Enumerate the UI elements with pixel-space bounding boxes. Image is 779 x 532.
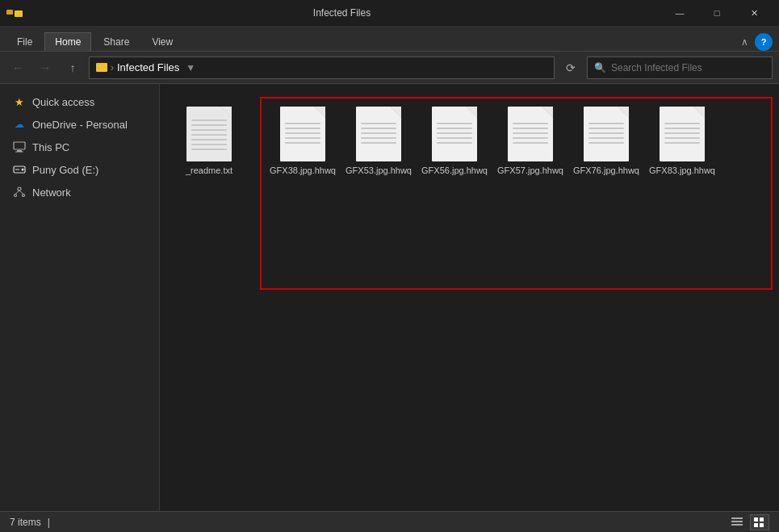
- pc-icon: [13, 140, 26, 153]
- sidebar-label-network: Network: [32, 186, 71, 199]
- main-layout: ★ Quick access ☁ OneDrive - Personal Thi…: [0, 84, 779, 511]
- path-folder-icon: [96, 63, 107, 72]
- address-bar: ← → ↑ › Infected Files ▼ ⟳ 🔍: [0, 52, 779, 84]
- file-icon-wrapper: [505, 103, 556, 161]
- back-button[interactable]: ←: [6, 57, 29, 79]
- path-text: Infected Files: [117, 61, 179, 73]
- file-name: GFX57.jpg.hhwq: [497, 165, 563, 176]
- sidebar-label-this-pc: This PC: [32, 141, 69, 153]
- file-icon-wrapper: [277, 103, 329, 161]
- file-icon: [356, 107, 401, 161]
- search-box[interactable]: 🔍: [587, 57, 773, 79]
- item-count: 7 items: [10, 517, 41, 528]
- sidebar-item-drive[interactable]: Puny God (E:): [0, 158, 159, 181]
- list-item[interactable]: GFX76.jpg.hhwq: [570, 97, 643, 182]
- view-toggle-group: [727, 514, 769, 530]
- sidebar: ★ Quick access ☁ OneDrive - Personal Thi…: [0, 84, 160, 511]
- tab-file[interactable]: File: [6, 32, 43, 51]
- list-item[interactable]: GFX83.jpg.hhwq: [646, 97, 718, 182]
- list-item[interactable]: GFX57.jpg.hhwq: [494, 97, 567, 182]
- file-icon-wrapper: [580, 103, 632, 161]
- up-button[interactable]: ↑: [61, 57, 84, 79]
- tab-home[interactable]: Home: [44, 32, 91, 51]
- file-name: GFX38.jpg.hhwq: [270, 165, 336, 176]
- svg-rect-14: [754, 517, 758, 522]
- search-icon: 🔍: [594, 62, 606, 73]
- svg-line-10: [19, 191, 23, 195]
- help-button[interactable]: ?: [755, 33, 773, 51]
- svg-point-7: [15, 195, 17, 197]
- doc-lines: [361, 123, 396, 144]
- svg-rect-11: [731, 517, 743, 519]
- svg-rect-0: [14, 142, 25, 149]
- window-controls: — □ ✕: [661, 0, 773, 26]
- file-icon: [280, 107, 325, 161]
- file-name: GFX76.jpg.hhwq: [573, 165, 639, 176]
- refresh-button[interactable]: ⟳: [559, 57, 582, 79]
- file-icon-wrapper: [353, 103, 404, 161]
- title-bar: Infected Files — □ ✕: [0, 0, 779, 26]
- sidebar-item-this-pc[interactable]: This PC: [0, 136, 159, 158]
- doc-lines: [588, 123, 624, 144]
- file-icon: [660, 107, 705, 161]
- list-item[interactable]: GFX53.jpg.hhwq: [342, 97, 415, 182]
- status-separator: |: [48, 517, 50, 528]
- doc-lines: [437, 123, 472, 144]
- address-path[interactable]: › Infected Files ▼: [89, 57, 555, 79]
- svg-line-9: [15, 191, 19, 195]
- window-title: Infected Files: [27, 7, 656, 19]
- file-icon: [432, 107, 477, 161]
- sidebar-label-onedrive: OneDrive - Personal: [32, 119, 128, 131]
- close-button[interactable]: ✕: [735, 0, 773, 26]
- doc-lines: [513, 123, 548, 144]
- file-icon: [584, 107, 629, 161]
- star-icon: ★: [13, 95, 26, 108]
- forward-button[interactable]: →: [34, 57, 57, 79]
- svg-point-6: [18, 187, 21, 191]
- sidebar-item-network[interactable]: Network: [0, 181, 159, 203]
- details-view-button[interactable]: [727, 514, 747, 530]
- svg-rect-13: [731, 524, 743, 526]
- file-icon-wrapper: [429, 103, 480, 161]
- title-bar-icons: [6, 10, 23, 17]
- svg-rect-15: [760, 517, 764, 522]
- sidebar-label-quick-access: Quick access: [32, 96, 94, 108]
- hdd-icon: [13, 163, 26, 176]
- list-item[interactable]: _readme.txt: [173, 97, 245, 182]
- file-icon-wrapper: [183, 103, 235, 161]
- sidebar-item-onedrive[interactable]: ☁ OneDrive - Personal: [0, 113, 159, 136]
- doc-lines: [285, 123, 320, 144]
- file-name: GFX56.jpg.hhwq: [421, 165, 488, 176]
- doc-lines: [191, 119, 227, 150]
- search-input[interactable]: [611, 62, 765, 73]
- svg-rect-12: [731, 521, 743, 522]
- file-icon: [186, 107, 232, 161]
- file-icon-wrapper: [656, 103, 708, 161]
- minimize-button[interactable]: —: [661, 0, 698, 26]
- doc-lines: [664, 123, 700, 144]
- svg-point-4: [22, 169, 24, 171]
- ribbon-collapse-icon[interactable]: ∧: [741, 36, 748, 48]
- content-area: _readme.txt: [160, 84, 779, 511]
- file-icon: [508, 107, 553, 161]
- ribbon-tabs: File Home Share View ∧ ?: [0, 26, 779, 52]
- svg-rect-16: [754, 523, 758, 527]
- cloud-icon: ☁: [13, 118, 26, 131]
- list-item[interactable]: GFX56.jpg.hhwq: [418, 97, 491, 182]
- svg-rect-17: [760, 523, 764, 527]
- sidebar-item-quick-access[interactable]: ★ Quick access: [0, 90, 159, 113]
- tab-view[interactable]: View: [141, 32, 183, 51]
- svg-rect-2: [15, 152, 23, 153]
- path-separator: ›: [111, 62, 114, 73]
- large-icons-view-button[interactable]: [750, 514, 769, 530]
- list-item[interactable]: GFX38.jpg.hhwq: [266, 97, 339, 182]
- maximize-button[interactable]: □: [698, 0, 735, 26]
- tab-share[interactable]: Share: [93, 32, 140, 51]
- infected-files-group: GFX38.jpg.hhwq GFX53.jpg.hhwq: [266, 97, 718, 182]
- file-name: GFX53.jpg.hhwq: [346, 165, 412, 176]
- file-name: GFX83.jpg.hhwq: [649, 165, 715, 176]
- svg-point-8: [23, 195, 25, 197]
- status-bar: 7 items |: [0, 511, 779, 532]
- path-dropdown-icon[interactable]: ▼: [186, 62, 195, 73]
- ribbon-help-area: ∧ ?: [741, 33, 773, 51]
